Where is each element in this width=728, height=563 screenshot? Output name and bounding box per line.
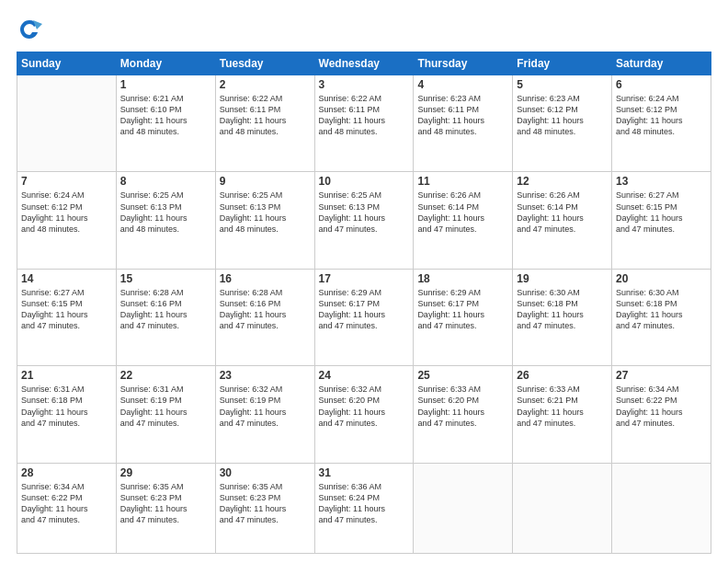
- day-number: 2: [220, 78, 311, 91]
- day-number: 20: [616, 272, 707, 285]
- calendar-week-4: 21Sunrise: 6:31 AM Sunset: 6:18 PM Dayli…: [17, 366, 711, 463]
- calendar-cell: 8Sunrise: 6:25 AM Sunset: 6:13 PM Daylig…: [116, 172, 215, 269]
- calendar-header-thursday: Thursday: [414, 52, 513, 75]
- calendar-cell: 3Sunrise: 6:22 AM Sunset: 6:11 PM Daylig…: [314, 75, 414, 172]
- day-info: Sunrise: 6:32 AM Sunset: 6:20 PM Dayligh…: [319, 384, 410, 429]
- header: [17, 17, 711, 42]
- calendar-cell: 23Sunrise: 6:32 AM Sunset: 6:19 PM Dayli…: [215, 366, 314, 463]
- logo: [17, 17, 44, 42]
- day-number: 10: [319, 175, 410, 188]
- day-number: 14: [21, 272, 112, 285]
- day-number: 7: [21, 175, 112, 188]
- day-number: 18: [417, 272, 508, 285]
- calendar-cell: 7Sunrise: 6:24 AM Sunset: 6:12 PM Daylig…: [17, 172, 117, 269]
- day-info: Sunrise: 6:25 AM Sunset: 6:13 PM Dayligh…: [120, 190, 211, 235]
- calendar-table: SundayMondayTuesdayWednesdayThursdayFrid…: [17, 52, 711, 554]
- day-info: Sunrise: 6:32 AM Sunset: 6:19 PM Dayligh…: [220, 384, 311, 429]
- day-number: 12: [517, 175, 608, 188]
- calendar-header-wednesday: Wednesday: [314, 52, 414, 75]
- day-info: Sunrise: 6:34 AM Sunset: 6:22 PM Dayligh…: [21, 481, 112, 526]
- calendar-cell: 20Sunrise: 6:30 AM Sunset: 6:18 PM Dayli…: [612, 269, 711, 365]
- logo-icon: [17, 17, 42, 42]
- calendar-cell: 31Sunrise: 6:36 AM Sunset: 6:24 PM Dayli…: [314, 463, 414, 553]
- calendar-cell: 2Sunrise: 6:22 AM Sunset: 6:11 PM Daylig…: [215, 75, 314, 172]
- day-info: Sunrise: 6:22 AM Sunset: 6:11 PM Dayligh…: [220, 93, 311, 138]
- calendar-cell: 28Sunrise: 6:34 AM Sunset: 6:22 PM Dayli…: [17, 463, 117, 553]
- day-number: 25: [417, 369, 508, 382]
- day-info: Sunrise: 6:21 AM Sunset: 6:10 PM Dayligh…: [120, 93, 211, 138]
- day-number: 28: [21, 466, 112, 479]
- day-info: Sunrise: 6:35 AM Sunset: 6:23 PM Dayligh…: [220, 481, 311, 526]
- day-number: 9: [220, 175, 311, 188]
- calendar-cell: [612, 463, 711, 553]
- calendar-cell: 5Sunrise: 6:23 AM Sunset: 6:12 PM Daylig…: [513, 75, 612, 172]
- day-number: 30: [220, 466, 311, 479]
- calendar-header-sunday: Sunday: [17, 52, 117, 75]
- day-info: Sunrise: 6:29 AM Sunset: 6:17 PM Dayligh…: [417, 287, 508, 332]
- day-info: Sunrise: 6:30 AM Sunset: 6:18 PM Dayligh…: [517, 287, 608, 332]
- day-info: Sunrise: 6:25 AM Sunset: 6:13 PM Dayligh…: [220, 190, 311, 235]
- calendar-cell: 12Sunrise: 6:26 AM Sunset: 6:14 PM Dayli…: [513, 172, 612, 269]
- calendar-week-2: 7Sunrise: 6:24 AM Sunset: 6:12 PM Daylig…: [17, 172, 711, 269]
- day-info: Sunrise: 6:26 AM Sunset: 6:14 PM Dayligh…: [417, 190, 508, 235]
- calendar-cell: 9Sunrise: 6:25 AM Sunset: 6:13 PM Daylig…: [215, 172, 314, 269]
- day-info: Sunrise: 6:26 AM Sunset: 6:14 PM Dayligh…: [517, 190, 608, 235]
- day-info: Sunrise: 6:27 AM Sunset: 6:15 PM Dayligh…: [616, 190, 707, 235]
- day-info: Sunrise: 6:28 AM Sunset: 6:16 PM Dayligh…: [220, 287, 311, 332]
- day-number: 22: [120, 369, 211, 382]
- calendar-cell: 18Sunrise: 6:29 AM Sunset: 6:17 PM Dayli…: [414, 269, 513, 365]
- calendar-cell: 22Sunrise: 6:31 AM Sunset: 6:19 PM Dayli…: [116, 366, 215, 463]
- day-number: 13: [616, 175, 707, 188]
- day-number: 27: [616, 369, 707, 382]
- day-info: Sunrise: 6:31 AM Sunset: 6:19 PM Dayligh…: [120, 384, 211, 429]
- calendar-cell: 15Sunrise: 6:28 AM Sunset: 6:16 PM Dayli…: [116, 269, 215, 365]
- day-info: Sunrise: 6:24 AM Sunset: 6:12 PM Dayligh…: [21, 190, 112, 235]
- calendar-cell: 29Sunrise: 6:35 AM Sunset: 6:23 PM Dayli…: [116, 463, 215, 553]
- calendar-body: 1Sunrise: 6:21 AM Sunset: 6:10 PM Daylig…: [17, 75, 711, 554]
- calendar-cell: 4Sunrise: 6:23 AM Sunset: 6:11 PM Daylig…: [414, 75, 513, 172]
- page: SundayMondayTuesdayWednesdayThursdayFrid…: [0, 0, 728, 563]
- day-number: 15: [120, 272, 211, 285]
- day-info: Sunrise: 6:25 AM Sunset: 6:13 PM Dayligh…: [319, 190, 410, 235]
- day-number: 23: [220, 369, 311, 382]
- day-number: 19: [517, 272, 608, 285]
- calendar-cell: 30Sunrise: 6:35 AM Sunset: 6:23 PM Dayli…: [215, 463, 314, 553]
- calendar-cell: 10Sunrise: 6:25 AM Sunset: 6:13 PM Dayli…: [314, 172, 414, 269]
- day-info: Sunrise: 6:24 AM Sunset: 6:12 PM Dayligh…: [616, 93, 707, 138]
- calendar-header-row: SundayMondayTuesdayWednesdayThursdayFrid…: [17, 52, 711, 75]
- calendar-week-5: 28Sunrise: 6:34 AM Sunset: 6:22 PM Dayli…: [17, 463, 711, 553]
- day-info: Sunrise: 6:23 AM Sunset: 6:12 PM Dayligh…: [517, 93, 608, 138]
- calendar-header-saturday: Saturday: [612, 52, 711, 75]
- calendar-cell: [414, 463, 513, 553]
- calendar-header-friday: Friday: [513, 52, 612, 75]
- calendar-cell: 13Sunrise: 6:27 AM Sunset: 6:15 PM Dayli…: [612, 172, 711, 269]
- day-number: 3: [319, 78, 410, 91]
- day-info: Sunrise: 6:35 AM Sunset: 6:23 PM Dayligh…: [120, 481, 211, 526]
- calendar-week-1: 1Sunrise: 6:21 AM Sunset: 6:10 PM Daylig…: [17, 75, 711, 172]
- day-number: 29: [120, 466, 211, 479]
- calendar-cell: 24Sunrise: 6:32 AM Sunset: 6:20 PM Dayli…: [314, 366, 414, 463]
- day-number: 17: [319, 272, 410, 285]
- day-number: 1: [120, 78, 211, 91]
- day-number: 4: [417, 78, 508, 91]
- day-info: Sunrise: 6:30 AM Sunset: 6:18 PM Dayligh…: [616, 287, 707, 332]
- calendar-cell: 27Sunrise: 6:34 AM Sunset: 6:22 PM Dayli…: [612, 366, 711, 463]
- day-info: Sunrise: 6:34 AM Sunset: 6:22 PM Dayligh…: [616, 384, 707, 429]
- calendar-cell: 19Sunrise: 6:30 AM Sunset: 6:18 PM Dayli…: [513, 269, 612, 365]
- day-info: Sunrise: 6:23 AM Sunset: 6:11 PM Dayligh…: [417, 93, 508, 138]
- day-number: 6: [616, 78, 707, 91]
- day-number: 5: [517, 78, 608, 91]
- calendar-cell: 1Sunrise: 6:21 AM Sunset: 6:10 PM Daylig…: [116, 75, 215, 172]
- day-number: 24: [319, 369, 410, 382]
- day-info: Sunrise: 6:22 AM Sunset: 6:11 PM Dayligh…: [319, 93, 410, 138]
- day-number: 21: [21, 369, 112, 382]
- calendar-header-monday: Monday: [116, 52, 215, 75]
- day-number: 11: [417, 175, 508, 188]
- day-info: Sunrise: 6:31 AM Sunset: 6:18 PM Dayligh…: [21, 384, 112, 429]
- day-info: Sunrise: 6:27 AM Sunset: 6:15 PM Dayligh…: [21, 287, 112, 332]
- calendar-week-3: 14Sunrise: 6:27 AM Sunset: 6:15 PM Dayli…: [17, 269, 711, 365]
- calendar-cell: 6Sunrise: 6:24 AM Sunset: 6:12 PM Daylig…: [612, 75, 711, 172]
- day-info: Sunrise: 6:29 AM Sunset: 6:17 PM Dayligh…: [319, 287, 410, 332]
- day-info: Sunrise: 6:36 AM Sunset: 6:24 PM Dayligh…: [319, 481, 410, 526]
- day-number: 16: [220, 272, 311, 285]
